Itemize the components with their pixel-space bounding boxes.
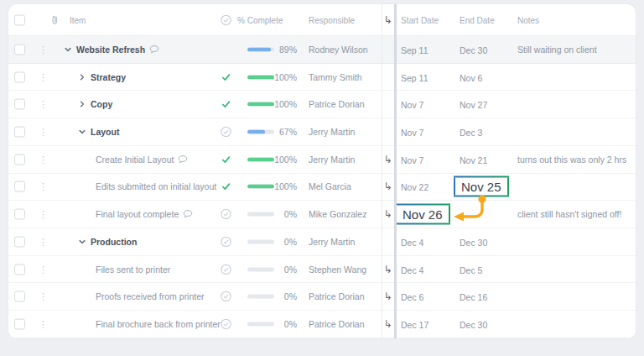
row-menu-icon[interactable]: ⋮ bbox=[39, 292, 48, 301]
chevron-down-icon[interactable] bbox=[78, 238, 86, 246]
item-cell[interactable]: Strategy bbox=[78, 72, 126, 82]
responsible-cell[interactable]: Patrice Dorian bbox=[309, 291, 365, 301]
frozen-pane-divider[interactable] bbox=[394, 4, 397, 338]
notes-cell[interactable]: turns out this was only 2 hrs bbox=[517, 154, 626, 165]
complete-column-icon[interactable] bbox=[219, 14, 232, 25]
notes-cell[interactable]: Still waiting on client bbox=[517, 44, 597, 55]
table-row[interactable]: ⋮ Copy 100% Patrice Dorian Nov 7 Nov 27 bbox=[8, 91, 636, 118]
percent-cell[interactable]: 67% bbox=[260, 127, 297, 137]
item-cell[interactable]: Edits submitted on initial layout bbox=[96, 181, 216, 191]
end-date-cell[interactable]: Dec 30 bbox=[460, 42, 487, 57]
start-date-cell[interactable]: Dec 4 bbox=[401, 234, 423, 249]
comment-bubble-icon[interactable] bbox=[183, 209, 193, 219]
percent-cell[interactable]: 100% bbox=[260, 181, 297, 191]
responsible-cell[interactable]: Tammy Smith bbox=[309, 72, 362, 82]
item-cell[interactable]: Files sent to printer bbox=[96, 264, 170, 275]
column-header-item[interactable]: Item bbox=[70, 15, 86, 24]
responsible-cell[interactable]: Jerry Martin bbox=[309, 154, 355, 165]
attachment-column-icon[interactable] bbox=[50, 14, 60, 25]
table-row[interactable]: ⋮ Files sent to printer 0% Stephen Wang … bbox=[8, 256, 636, 284]
table-row[interactable]: ⋮ Final layout complete 0% Mike Gonzalez… bbox=[8, 201, 636, 228]
status-check-cell[interactable] bbox=[219, 291, 232, 302]
row-menu-icon[interactable]: ⋮ bbox=[39, 210, 48, 219]
status-check-cell[interactable] bbox=[219, 264, 232, 275]
row-checkbox[interactable] bbox=[14, 154, 25, 165]
table-row[interactable]: ⋮ Website Refresh 89% Rodney Wilson Sep … bbox=[8, 36, 636, 64]
comment-bubble-icon[interactable] bbox=[178, 154, 188, 165]
row-menu-icon[interactable]: ⋮ bbox=[39, 128, 48, 137]
status-check-cell[interactable] bbox=[219, 182, 232, 191]
percent-cell[interactable]: 0% bbox=[260, 319, 297, 329]
row-checkbox[interactable] bbox=[14, 71, 25, 82]
row-menu-icon[interactable]: ⋮ bbox=[39, 182, 48, 191]
item-cell[interactable]: Final layout complete bbox=[96, 209, 193, 219]
percent-cell[interactable]: 100% bbox=[260, 154, 297, 165]
responsible-cell[interactable]: Jerry Martin bbox=[309, 127, 355, 137]
responsible-cell[interactable]: Mel Garcia bbox=[309, 181, 351, 191]
responsible-cell[interactable]: Mike Gonzalez bbox=[309, 209, 366, 219]
percent-cell[interactable]: 0% bbox=[260, 291, 297, 301]
status-check-cell[interactable] bbox=[219, 319, 232, 330]
end-date-cell[interactable]: Dec 5 bbox=[460, 262, 482, 277]
status-check-cell[interactable] bbox=[219, 72, 232, 81]
status-check-cell[interactable] bbox=[219, 154, 232, 164]
start-date-cell[interactable]: Dec 4 bbox=[401, 262, 423, 277]
column-header-percent-complete[interactable]: % Complete bbox=[237, 15, 283, 24]
status-check-cell[interactable] bbox=[219, 209, 232, 220]
end-date-cell[interactable]: Dec 16 bbox=[460, 289, 487, 304]
row-checkbox[interactable] bbox=[14, 319, 25, 330]
start-date-cell[interactable]: Nov 22 bbox=[401, 179, 428, 194]
table-row[interactable]: ⋮ Create Initial Layout 100% Jerry Marti… bbox=[8, 146, 636, 174]
table-row[interactable]: ⋮ Final brochure back from printer 0% Pa… bbox=[8, 311, 636, 338]
percent-cell[interactable]: 100% bbox=[260, 99, 297, 109]
row-checkbox[interactable] bbox=[14, 181, 25, 192]
column-header-start-date[interactable]: Start Date bbox=[401, 15, 439, 24]
item-cell[interactable]: Final brochure back from printer bbox=[96, 319, 221, 329]
row-menu-icon[interactable]: ⋮ bbox=[39, 154, 48, 164]
highlighted-date[interactable]: Nov 25 bbox=[454, 176, 509, 197]
row-menu-icon[interactable]: ⋮ bbox=[39, 44, 48, 54]
responsible-cell[interactable]: Stephen Wang bbox=[309, 264, 366, 275]
status-check-cell[interactable] bbox=[219, 127, 232, 138]
start-date-cell[interactable]: Sep 11 bbox=[401, 70, 428, 85]
table-row[interactable]: ⋮ Edits submitted on initial layout 100%… bbox=[8, 174, 636, 202]
percent-cell[interactable]: 0% bbox=[260, 209, 297, 219]
start-date-cell[interactable]: Sep 11 bbox=[401, 42, 428, 57]
start-date-cell[interactable]: Nov 7 bbox=[401, 124, 423, 139]
responsible-cell[interactable]: Patrice Dorian bbox=[309, 319, 365, 329]
status-check-cell[interactable] bbox=[219, 100, 232, 109]
row-menu-icon[interactable]: ⋮ bbox=[39, 72, 48, 81]
item-cell[interactable]: Layout bbox=[78, 127, 119, 137]
chevron-right-icon[interactable] bbox=[78, 73, 86, 81]
item-cell[interactable]: Website Refresh bbox=[64, 44, 159, 55]
comment-bubble-icon[interactable] bbox=[149, 44, 159, 55]
row-checkbox[interactable] bbox=[14, 264, 25, 275]
notes-cell[interactable]: client still hasn't signed off! bbox=[517, 209, 621, 219]
start-date-cell[interactable]: Nov 7 bbox=[401, 152, 423, 167]
item-cell[interactable]: Proofs received from printer bbox=[96, 291, 205, 301]
responsible-cell[interactable]: Rodney Wilson bbox=[309, 44, 368, 55]
row-menu-icon[interactable]: ⋮ bbox=[39, 320, 48, 329]
table-row[interactable]: ⋮ Layout 67% Jerry Martin Nov 7 Dec 3 bbox=[8, 118, 636, 146]
row-checkbox[interactable] bbox=[14, 127, 25, 138]
table-row[interactable]: ⋮ Production 0% Jerry Martin Dec 4 Dec 3… bbox=[8, 228, 636, 256]
end-date-cell[interactable]: Dec 30 bbox=[460, 234, 487, 249]
row-menu-icon[interactable]: ⋮ bbox=[39, 100, 48, 109]
highlighted-date[interactable]: Nov 26 bbox=[395, 204, 450, 225]
percent-cell[interactable]: 100% bbox=[260, 72, 297, 82]
end-date-cell[interactable]: Nov 21 bbox=[460, 152, 487, 167]
item-cell[interactable]: Copy bbox=[78, 99, 112, 109]
responsible-cell[interactable]: Jerry Martin bbox=[309, 237, 355, 247]
percent-cell[interactable]: 0% bbox=[260, 237, 297, 247]
chevron-down-icon[interactable] bbox=[64, 45, 72, 54]
start-date-cell[interactable]: Nov 7 bbox=[401, 97, 423, 112]
row-checkbox[interactable] bbox=[14, 44, 25, 55]
select-all-checkbox[interactable] bbox=[14, 14, 25, 25]
item-cell[interactable]: Create Initial Layout bbox=[96, 154, 188, 165]
responsible-cell[interactable]: Patrice Dorian bbox=[309, 99, 365, 109]
chevron-right-icon[interactable] bbox=[78, 100, 86, 108]
end-date-cell[interactable]: Nov 6 bbox=[460, 70, 482, 85]
row-checkbox[interactable] bbox=[14, 291, 25, 302]
row-checkbox[interactable] bbox=[14, 99, 25, 110]
end-date-cell[interactable]: Dec 30 bbox=[460, 317, 487, 332]
